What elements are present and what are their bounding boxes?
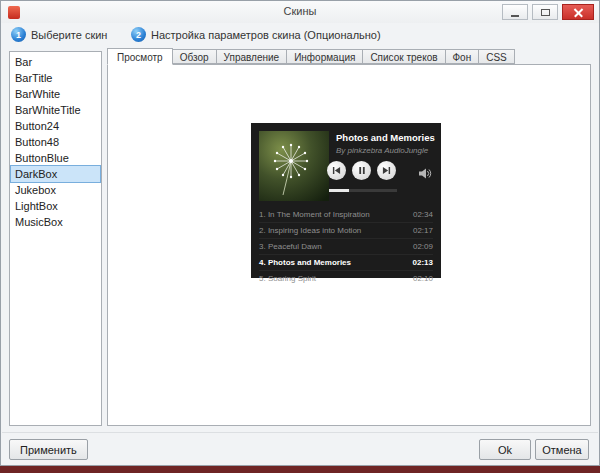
pause-button[interactable] — [352, 161, 371, 180]
close-button[interactable] — [562, 4, 594, 20]
ok-button[interactable]: Ok — [479, 439, 531, 460]
darkbox-player-preview: Photos and Memories By pinkzebra AudioJu… — [251, 123, 441, 278]
track-row[interactable]: 3. Peaceful Dawn 02:09 — [259, 239, 433, 255]
cancel-button[interactable]: Отмена — [535, 439, 589, 460]
step-configure-skin: 2 Настройка параметров скина (Опциональн… — [131, 27, 381, 42]
tab-overview[interactable]: Обзор — [173, 49, 217, 64]
apply-button[interactable]: Применить — [9, 439, 88, 460]
previous-icon — [332, 166, 341, 175]
tab-controls[interactable]: Управление — [217, 49, 288, 64]
step1-label: Выберите скин — [31, 29, 107, 41]
skin-list-item[interactable]: Jukebox — [11, 182, 100, 198]
track-time: 02:10 — [413, 274, 433, 283]
minimize-icon — [511, 15, 519, 17]
track-time: 02:13 — [413, 258, 433, 267]
next-button[interactable] — [377, 161, 396, 180]
track-label: 2. Inspiring Ideas into Motion — [259, 226, 361, 235]
track-label: 3. Peaceful Dawn — [259, 242, 322, 251]
progress-fill — [329, 189, 349, 192]
titlebar[interactable]: Скины — [1, 1, 599, 23]
track-time: 02:09 — [413, 242, 433, 251]
steps-header: 1 Выберите скин 2 Настройка параметров с… — [1, 23, 599, 48]
skin-list-item[interactable]: ButtonBlue — [11, 150, 100, 166]
tab-background[interactable]: Фон — [446, 49, 480, 64]
pause-icon — [358, 166, 366, 175]
player-track-title: Photos and Memories — [336, 132, 435, 143]
progress-bar[interactable] — [329, 189, 397, 192]
volume-icon — [419, 168, 432, 179]
tab-information[interactable]: Информация — [287, 49, 363, 64]
player-tracklist: 1. In The Moment of Inspiration 02:34 2.… — [259, 207, 433, 286]
window-controls — [502, 4, 594, 20]
skin-list-item[interactable]: MusicBox — [11, 214, 100, 230]
minimize-button[interactable] — [502, 4, 528, 20]
skin-list-item[interactable]: LightBox — [11, 198, 100, 214]
track-row[interactable]: 5. Soaring Spirit 02:10 — [259, 271, 433, 286]
player-controls — [327, 161, 396, 180]
track-label: 1. In The Moment of Inspiration — [259, 210, 370, 219]
track-row[interactable]: 1. In The Moment of Inspiration 02:34 — [259, 207, 433, 223]
track-label: 4. Photos and Memories — [259, 258, 351, 267]
skin-list-item[interactable]: Button24 — [11, 118, 100, 134]
skin-list: Bar BarTitle BarWhite BarWhiteTitle Butt… — [9, 51, 102, 426]
tab-preview[interactable]: Просмотр — [107, 48, 173, 65]
skin-list-item[interactable]: BarWhiteTitle — [11, 102, 100, 118]
step-choose-skin: 1 Выберите скин — [11, 27, 107, 42]
track-time: 02:17 — [413, 226, 433, 235]
track-row[interactable]: 2. Inspiring Ideas into Motion 02:17 — [259, 223, 433, 239]
track-label: 5. Soaring Spirit — [259, 274, 316, 283]
skin-list-item[interactable]: Bar — [11, 54, 100, 70]
maximize-button[interactable] — [532, 4, 558, 20]
player-track-subtitle: By pinkzebra AudioJungle — [336, 146, 428, 155]
step2-label: Настройка параметров скина (Опционально) — [151, 29, 381, 41]
footer-divider — [2, 432, 598, 433]
next-icon — [382, 166, 391, 175]
album-art-dandelion — [259, 131, 329, 201]
preview-panel: Photos and Memories By pinkzebra AudioJu… — [107, 64, 591, 426]
tab-bar: Просмотр Обзор Управление Информация Спи… — [107, 48, 515, 64]
step1-badge-icon: 1 — [11, 27, 26, 42]
close-icon — [573, 7, 584, 18]
track-time: 02:34 — [413, 210, 433, 219]
maximize-icon — [541, 9, 550, 16]
skins-dialog: Скины 1 Выберите скин 2 Настройка параме… — [0, 0, 600, 466]
skin-list-item[interactable]: BarTitle — [11, 70, 100, 86]
tab-tracklist[interactable]: Список треков — [363, 49, 445, 64]
bottom-strip — [0, 466, 600, 473]
volume-button[interactable] — [419, 165, 432, 183]
tab-css[interactable]: CSS — [479, 49, 515, 64]
skin-list-item[interactable]: Button48 — [11, 134, 100, 150]
skin-list-item-selected[interactable]: DarkBox — [11, 166, 100, 182]
track-row-current[interactable]: 4. Photos and Memories 02:13 — [259, 255, 433, 271]
step2-badge-icon: 2 — [131, 27, 146, 42]
previous-button[interactable] — [327, 161, 346, 180]
skin-list-item[interactable]: BarWhite — [11, 86, 100, 102]
